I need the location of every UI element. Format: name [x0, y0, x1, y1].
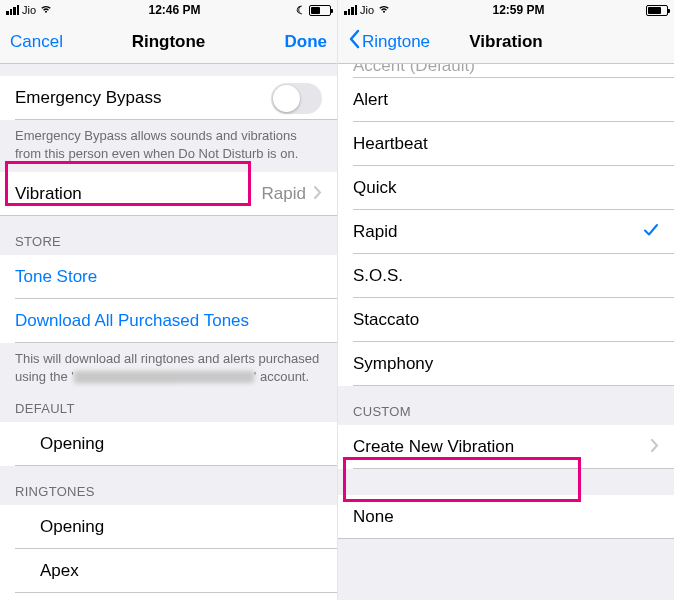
battery-icon	[646, 5, 668, 16]
vibration-option-label: Quick	[353, 178, 396, 198]
carrier-label: Jio	[360, 4, 374, 16]
ringtone-row[interactable]: Beacon	[0, 593, 337, 600]
nav-bar: Ringtone Vibration	[338, 20, 674, 64]
status-bar: Jio 12:59 PM	[338, 0, 674, 20]
ringtone-row[interactable]: Opening	[0, 505, 337, 549]
vibration-option-row[interactable]: Symphony	[338, 342, 674, 386]
vibration-label: Vibration	[15, 184, 82, 204]
vibration-option-row[interactable]: Accent (Default)	[353, 64, 475, 76]
emergency-bypass-row[interactable]: Emergency Bypass	[0, 76, 337, 120]
vibration-option-label: Staccato	[353, 310, 419, 330]
emergency-bypass-label: Emergency Bypass	[15, 88, 161, 108]
vibration-option-label: Heartbeat	[353, 134, 428, 154]
vibration-value: Rapid	[262, 184, 306, 204]
vibration-option-label: Symphony	[353, 354, 433, 374]
signal-icon	[6, 5, 19, 15]
default-header: DEFAULT	[0, 395, 337, 422]
wifi-icon	[39, 4, 53, 16]
vibration-option-row[interactable]: S.O.S.	[338, 254, 674, 298]
back-label: Ringtone	[362, 32, 430, 52]
chevron-left-icon	[348, 29, 360, 54]
back-button[interactable]: Ringtone	[348, 29, 430, 54]
clock: 12:59 PM	[493, 3, 545, 17]
download-all-label: Download All Purchased Tones	[15, 311, 249, 331]
store-note: This will download all ringtones and ale…	[0, 343, 337, 395]
carrier-label: Jio	[22, 4, 36, 16]
vibration-option-row[interactable]: Quick	[338, 166, 674, 210]
cancel-button[interactable]: Cancel	[10, 32, 80, 52]
store-header: STORE	[0, 216, 337, 255]
download-all-row[interactable]: Download All Purchased Tones	[0, 299, 337, 343]
default-ringtone-row[interactable]: Opening	[0, 422, 337, 466]
vibration-option-row[interactable]: Alert	[338, 78, 674, 122]
chevron-right-icon	[314, 184, 322, 204]
chevron-right-icon	[651, 437, 659, 457]
tone-store-label: Tone Store	[15, 267, 97, 287]
none-row[interactable]: None	[338, 495, 674, 539]
vibration-option-row[interactable]: Rapid	[338, 210, 674, 254]
vibration-option-row[interactable]: Staccato	[338, 298, 674, 342]
emergency-bypass-switch[interactable]	[271, 83, 322, 114]
battery-icon	[309, 5, 331, 16]
emergency-bypass-note: Emergency Bypass allows sounds and vibra…	[0, 120, 337, 172]
checkmark-icon	[643, 222, 659, 243]
redacted-account: xxxxxxxxxxxxxxxx	[74, 371, 254, 383]
ringtones-header: RINGTONES	[0, 466, 337, 505]
screen-ringtone: Jio 12:46 PM ☾ Cancel Ringtone Done Emer…	[0, 0, 337, 600]
status-bar: Jio 12:46 PM ☾	[0, 0, 337, 20]
dnd-moon-icon: ☾	[296, 4, 306, 17]
vibration-option-label: Rapid	[353, 222, 397, 242]
ringtone-label: Opening	[40, 517, 104, 537]
none-label: None	[353, 507, 394, 527]
default-ringtone-label: Opening	[40, 434, 104, 454]
signal-icon	[344, 5, 357, 15]
nav-bar: Cancel Ringtone Done	[0, 20, 337, 64]
vibration-option-label: Alert	[353, 90, 388, 110]
vibration-option-row[interactable]: Heartbeat	[338, 122, 674, 166]
vibration-row[interactable]: Vibration Rapid	[0, 172, 337, 216]
create-new-vibration-label: Create New Vibration	[353, 437, 514, 457]
screen-vibration: Jio 12:59 PM Ringtone Vibration Accent (…	[337, 0, 674, 600]
clock: 12:46 PM	[149, 3, 201, 17]
ringtone-row[interactable]: Apex	[0, 549, 337, 593]
vibration-option-label: S.O.S.	[353, 266, 403, 286]
wifi-icon	[377, 4, 391, 16]
create-new-vibration-row[interactable]: Create New Vibration	[338, 425, 674, 469]
standard-vibrations-list: AlertHeartbeatQuickRapidS.O.S.StaccatoSy…	[338, 78, 674, 386]
custom-header: CUSTOM	[338, 386, 674, 425]
tone-store-row[interactable]: Tone Store	[0, 255, 337, 299]
ringtone-label: Apex	[40, 561, 79, 581]
done-button[interactable]: Done	[257, 32, 327, 52]
